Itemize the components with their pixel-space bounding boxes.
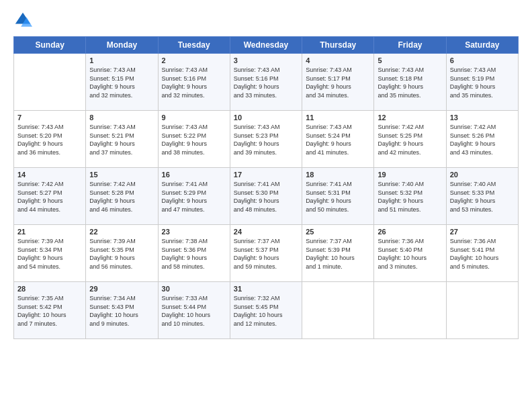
- day-number: 26: [378, 228, 442, 236]
- calendar-cell: 22Sunrise: 7:39 AM Sunset: 5:35 PM Dayli…: [86, 225, 158, 282]
- calendar-week-row: 21Sunrise: 7:39 AM Sunset: 5:34 PM Dayli…: [14, 225, 519, 282]
- calendar-cell: 18Sunrise: 7:41 AM Sunset: 5:31 PM Dayli…: [302, 168, 374, 225]
- calendar-cell: 21Sunrise: 7:39 AM Sunset: 5:34 PM Dayli…: [14, 225, 86, 282]
- calendar-cell: 24Sunrise: 7:37 AM Sunset: 5:37 PM Dayli…: [230, 225, 302, 282]
- page: SundayMondayTuesdayWednesdayThursdayFrid…: [0, 0, 532, 411]
- day-info: Sunrise: 7:40 AM Sunset: 5:32 PM Dayligh…: [378, 180, 442, 214]
- calendar-cell: 20Sunrise: 7:40 AM Sunset: 5:33 PM Dayli…: [446, 168, 518, 225]
- calendar-cell: 26Sunrise: 7:36 AM Sunset: 5:40 PM Dayli…: [374, 225, 446, 282]
- day-info: Sunrise: 7:43 AM Sunset: 5:15 PM Dayligh…: [89, 66, 154, 99]
- day-info: Sunrise: 7:39 AM Sunset: 5:34 PM Dayligh…: [17, 237, 82, 271]
- day-number: 5: [378, 56, 442, 64]
- day-info: Sunrise: 7:42 AM Sunset: 5:28 PM Dayligh…: [89, 180, 154, 214]
- calendar-cell: 27Sunrise: 7:36 AM Sunset: 5:41 PM Dayli…: [446, 225, 518, 282]
- day-number: 28: [17, 285, 82, 293]
- calendar-cell: [14, 54, 86, 111]
- calendar-cell: 1Sunrise: 7:43 AM Sunset: 5:15 PM Daylig…: [86, 54, 158, 111]
- day-number: 27: [450, 228, 515, 236]
- day-header-friday: Friday: [374, 37, 446, 54]
- day-number: 7: [17, 113, 82, 122]
- day-number: 18: [306, 171, 370, 179]
- day-header-thursday: Thursday: [302, 37, 374, 54]
- day-number: 2: [162, 56, 226, 64]
- day-info: Sunrise: 7:43 AM Sunset: 5:17 PM Dayligh…: [306, 66, 370, 99]
- calendar-cell: 3Sunrise: 7:43 AM Sunset: 5:16 PM Daylig…: [230, 54, 302, 111]
- day-number: 6: [450, 56, 515, 64]
- day-info: Sunrise: 7:43 AM Sunset: 5:24 PM Dayligh…: [306, 123, 370, 156]
- day-info: Sunrise: 7:43 AM Sunset: 5:18 PM Dayligh…: [378, 66, 442, 99]
- day-number: 12: [378, 113, 442, 122]
- day-number: 21: [17, 228, 82, 236]
- day-number: 8: [89, 113, 154, 122]
- day-number: 9: [162, 113, 226, 122]
- day-number: 19: [378, 171, 442, 179]
- day-number: 24: [234, 228, 298, 236]
- calendar-cell: 13Sunrise: 7:42 AM Sunset: 5:26 PM Dayli…: [446, 111, 518, 168]
- day-number: 14: [17, 171, 82, 179]
- day-number: 15: [89, 171, 154, 179]
- day-header-sunday: Sunday: [14, 37, 86, 54]
- calendar-cell: 23Sunrise: 7:38 AM Sunset: 5:36 PM Dayli…: [158, 225, 230, 282]
- day-header-wednesday: Wednesday: [230, 37, 302, 54]
- calendar-cell: [446, 282, 518, 339]
- calendar-cell: 7Sunrise: 7:43 AM Sunset: 5:20 PM Daylig…: [14, 111, 86, 168]
- calendar-cell: 2Sunrise: 7:43 AM Sunset: 5:16 PM Daylig…: [158, 54, 230, 111]
- day-info: Sunrise: 7:42 AM Sunset: 5:25 PM Dayligh…: [378, 123, 442, 156]
- calendar-cell: 25Sunrise: 7:37 AM Sunset: 5:39 PM Dayli…: [302, 225, 374, 282]
- calendar-week-row: 1Sunrise: 7:43 AM Sunset: 5:15 PM Daylig…: [14, 54, 519, 111]
- day-info: Sunrise: 7:40 AM Sunset: 5:33 PM Dayligh…: [450, 180, 515, 214]
- day-header-monday: Monday: [86, 37, 158, 54]
- day-info: Sunrise: 7:36 AM Sunset: 5:40 PM Dayligh…: [378, 237, 442, 271]
- calendar-cell: 19Sunrise: 7:40 AM Sunset: 5:32 PM Dayli…: [374, 168, 446, 225]
- day-info: Sunrise: 7:43 AM Sunset: 5:19 PM Dayligh…: [450, 66, 515, 99]
- day-info: Sunrise: 7:42 AM Sunset: 5:26 PM Dayligh…: [450, 123, 515, 156]
- day-info: Sunrise: 7:41 AM Sunset: 5:31 PM Dayligh…: [306, 180, 370, 214]
- calendar-cell: 5Sunrise: 7:43 AM Sunset: 5:18 PM Daylig…: [374, 54, 446, 111]
- day-info: Sunrise: 7:37 AM Sunset: 5:39 PM Dayligh…: [306, 237, 370, 271]
- day-number: 1: [89, 56, 154, 64]
- calendar-cell: 29Sunrise: 7:34 AM Sunset: 5:43 PM Dayli…: [86, 282, 158, 339]
- logo: [13, 11, 35, 30]
- calendar-cell: 30Sunrise: 7:33 AM Sunset: 5:44 PM Dayli…: [158, 282, 230, 339]
- calendar-cell: 12Sunrise: 7:42 AM Sunset: 5:25 PM Dayli…: [374, 111, 446, 168]
- day-info: Sunrise: 7:43 AM Sunset: 5:16 PM Dayligh…: [234, 66, 298, 99]
- day-header-saturday: Saturday: [446, 37, 518, 54]
- calendar-cell: 11Sunrise: 7:43 AM Sunset: 5:24 PM Dayli…: [302, 111, 374, 168]
- day-number: 3: [234, 56, 298, 64]
- day-info: Sunrise: 7:41 AM Sunset: 5:29 PM Dayligh…: [162, 180, 226, 214]
- day-number: 30: [162, 285, 226, 293]
- day-number: 23: [162, 228, 226, 236]
- day-info: Sunrise: 7:43 AM Sunset: 5:22 PM Dayligh…: [162, 123, 226, 156]
- calendar-week-row: 7Sunrise: 7:43 AM Sunset: 5:20 PM Daylig…: [14, 111, 519, 168]
- day-number: 20: [450, 171, 515, 179]
- day-number: 13: [450, 113, 515, 122]
- day-number: 22: [89, 228, 154, 236]
- calendar-cell: 4Sunrise: 7:43 AM Sunset: 5:17 PM Daylig…: [302, 54, 374, 111]
- day-info: Sunrise: 7:43 AM Sunset: 5:20 PM Dayligh…: [17, 123, 82, 156]
- calendar-week-row: 14Sunrise: 7:42 AM Sunset: 5:27 PM Dayli…: [14, 168, 519, 225]
- day-info: Sunrise: 7:32 AM Sunset: 5:45 PM Dayligh…: [234, 294, 298, 328]
- day-info: Sunrise: 7:42 AM Sunset: 5:27 PM Dayligh…: [17, 180, 82, 214]
- calendar-cell: 14Sunrise: 7:42 AM Sunset: 5:27 PM Dayli…: [14, 168, 86, 225]
- calendar-cell: 6Sunrise: 7:43 AM Sunset: 5:19 PM Daylig…: [446, 54, 518, 111]
- day-info: Sunrise: 7:36 AM Sunset: 5:41 PM Dayligh…: [450, 237, 515, 271]
- calendar-cell: 9Sunrise: 7:43 AM Sunset: 5:22 PM Daylig…: [158, 111, 230, 168]
- calendar-cell: 28Sunrise: 7:35 AM Sunset: 5:42 PM Dayli…: [14, 282, 86, 339]
- logo-icon: [13, 11, 32, 30]
- calendar-cell: [302, 282, 374, 339]
- day-number: 29: [89, 285, 154, 293]
- day-info: Sunrise: 7:39 AM Sunset: 5:35 PM Dayligh…: [89, 237, 154, 271]
- calendar-header-row: SundayMondayTuesdayWednesdayThursdayFrid…: [14, 37, 519, 54]
- calendar-table: SundayMondayTuesdayWednesdayThursdayFrid…: [13, 36, 519, 339]
- header: [13, 11, 519, 30]
- calendar-cell: 16Sunrise: 7:41 AM Sunset: 5:29 PM Dayli…: [158, 168, 230, 225]
- day-number: 31: [234, 285, 298, 293]
- day-header-tuesday: Tuesday: [158, 37, 230, 54]
- calendar-cell: [374, 282, 446, 339]
- day-info: Sunrise: 7:43 AM Sunset: 5:21 PM Dayligh…: [89, 123, 154, 156]
- calendar-cell: 15Sunrise: 7:42 AM Sunset: 5:28 PM Dayli…: [86, 168, 158, 225]
- day-number: 17: [234, 171, 298, 179]
- calendar-cell: 8Sunrise: 7:43 AM Sunset: 5:21 PM Daylig…: [86, 111, 158, 168]
- day-info: Sunrise: 7:35 AM Sunset: 5:42 PM Dayligh…: [17, 294, 82, 328]
- day-info: Sunrise: 7:43 AM Sunset: 5:16 PM Dayligh…: [162, 66, 226, 99]
